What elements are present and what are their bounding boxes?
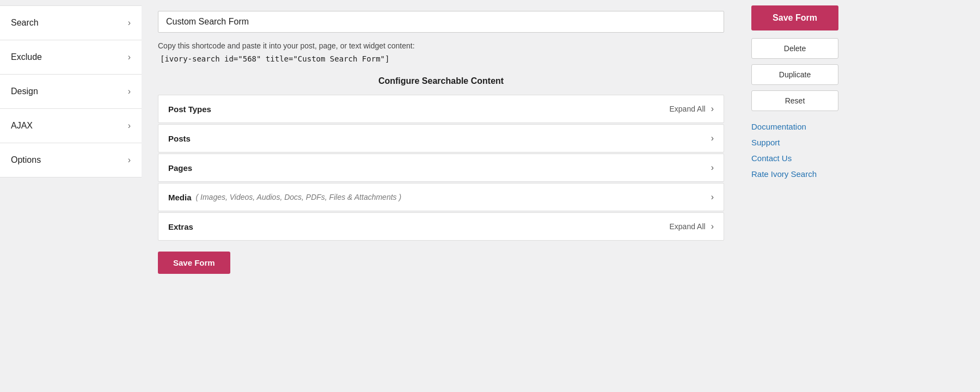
form-title-input[interactable] xyxy=(158,11,724,33)
contact-us-link[interactable]: Contact Us xyxy=(751,154,838,163)
extras-section[interactable]: Extras Expand All › xyxy=(158,212,724,241)
save-form-bottom: Save Form xyxy=(158,252,724,274)
expand-all-text: Expand All xyxy=(670,222,706,231)
chevron-right-icon: › xyxy=(711,104,714,114)
duplicate-button[interactable]: Duplicate xyxy=(751,64,838,85)
chevron-right-icon: › xyxy=(711,192,714,202)
sidebar-item-design[interactable]: Design › xyxy=(0,75,142,109)
post-types-section[interactable]: Post Types Expand All › xyxy=(158,95,724,123)
reset-button[interactable]: Reset xyxy=(751,90,838,111)
sidebar-item-label: Options xyxy=(11,155,41,165)
save-form-bottom-button[interactable]: Save Form xyxy=(158,252,230,274)
pages-section[interactable]: Pages › xyxy=(158,154,724,182)
sidebar-item-label: AJAX xyxy=(11,121,33,131)
chevron-right-icon: › xyxy=(711,133,714,143)
post-types-label: Post Types xyxy=(168,105,211,114)
sidebar-item-label: Design xyxy=(11,87,38,96)
media-subtitle: ( Images, Videos, Audios, Docs, PDFs, Fi… xyxy=(196,193,402,201)
sidebar-item-options[interactable]: Options › xyxy=(0,143,142,177)
expand-all-text: Expand All xyxy=(670,105,706,113)
shortcode-block: [ivory-search id="568" title="Custom Sea… xyxy=(158,54,724,63)
rate-ivory-link[interactable]: Rate Ivory Search xyxy=(751,169,838,179)
sidebar-item-label: Search xyxy=(11,18,39,28)
right-links: Documentation Support Contact Us Rate Iv… xyxy=(751,122,838,179)
post-types-header[interactable]: Post Types Expand All › xyxy=(158,95,724,122)
configure-title: Configure Searchable Content xyxy=(158,76,724,86)
media-section[interactable]: Media ( Images, Videos, Audios, Docs, PD… xyxy=(158,183,724,211)
chevron-right-icon: › xyxy=(711,163,714,173)
chevron-right-icon: › xyxy=(128,155,131,165)
chevron-right-icon: › xyxy=(128,87,131,96)
posts-header[interactable]: Posts › xyxy=(158,125,724,152)
chevron-right-icon: › xyxy=(711,222,714,231)
posts-label: Posts xyxy=(168,134,191,143)
sidebar: Search › Exclude › Design › AJAX › Optio… xyxy=(0,0,142,392)
sidebar-item-ajax[interactable]: AJAX › xyxy=(0,109,142,143)
media-header[interactable]: Media ( Images, Videos, Audios, Docs, PD… xyxy=(158,183,724,211)
documentation-link[interactable]: Documentation xyxy=(751,122,838,131)
chevron-right-icon: › xyxy=(128,18,131,28)
support-link[interactable]: Support xyxy=(751,138,838,147)
pages-label: Pages xyxy=(168,163,192,173)
shortcode-description: Copy this shortcode and paste it into yo… xyxy=(158,41,724,50)
save-form-top-button[interactable]: Save Form xyxy=(751,5,838,30)
delete-button[interactable]: Delete xyxy=(751,38,838,59)
chevron-right-icon: › xyxy=(128,52,131,62)
sidebar-item-search[interactable]: Search › xyxy=(0,5,142,40)
right-panel: Save Form Delete Duplicate Reset Documen… xyxy=(740,0,849,392)
chevron-right-icon: › xyxy=(128,121,131,131)
sidebar-item-exclude[interactable]: Exclude › xyxy=(0,40,142,75)
extras-header[interactable]: Extras Expand All › xyxy=(158,213,724,240)
pages-header[interactable]: Pages › xyxy=(158,154,724,181)
main-content: Copy this shortcode and paste it into yo… xyxy=(142,0,740,392)
extras-label: Extras xyxy=(168,222,193,231)
sidebar-item-label: Exclude xyxy=(11,52,42,62)
posts-section[interactable]: Posts › xyxy=(158,124,724,152)
media-label: Media xyxy=(168,193,192,202)
